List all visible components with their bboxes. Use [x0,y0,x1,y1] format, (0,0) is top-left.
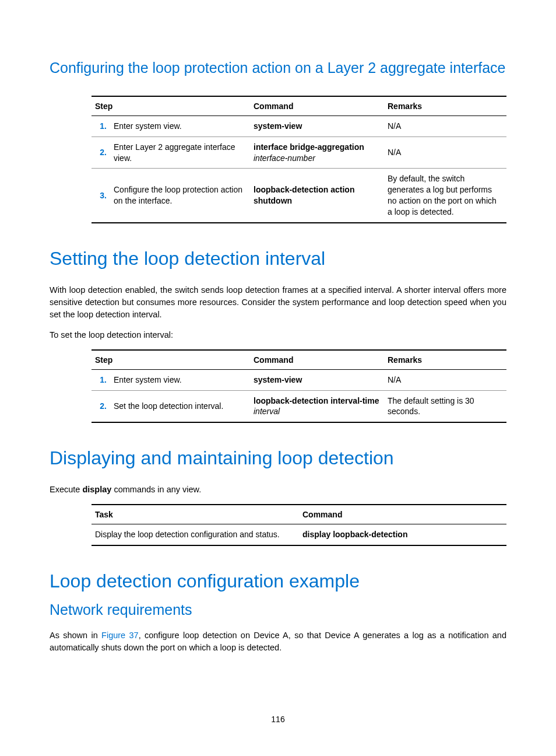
step-remarks: N/A [384,116,506,136]
th-remarks: Remarks [384,350,506,370]
table-row: 1. Enter system view. system-view N/A [92,116,506,136]
step-remarks: N/A [384,369,506,390]
task-desc: Display the loop detection configuration… [92,524,299,545]
figure-link[interactable]: Figure 37 [101,631,139,640]
page-number: 116 [0,715,556,724]
paragraph: Execute display commands in any view. [50,484,506,496]
step-remarks: By default, the switch generates a log b… [384,169,506,223]
table-display-commands: Task Command Display the loop detection … [92,504,506,546]
step-command: system-view [250,116,384,136]
heading-config-example: Loop detection configuration example [50,569,506,594]
th-step: Step [92,96,250,116]
step-remarks: N/A [384,136,506,169]
heading-config-loop-protection: Configuring the loop protection action o… [50,58,506,78]
table-header-row: Step Command Remarks [92,96,506,116]
page: Configuring the loop protection action o… [0,0,556,756]
th-step: Step [92,350,250,370]
step-command: system-view [250,369,384,390]
step-desc: Enter system view. [110,369,250,390]
step-desc: Enter system view. [110,116,250,136]
th-task: Task [92,505,299,524]
paragraph: As shown in Figure 37, configure loop de… [50,629,506,654]
table-row: 2. Enter Layer 2 aggregate interface vie… [92,136,506,169]
table-row: 1. Enter system view. system-view N/A [92,369,506,390]
th-command: Command [299,505,506,524]
paragraph: With loop detection enabled, the switch … [50,284,506,321]
table-row: 3. Configure the loop protection action … [92,169,506,223]
step-number: 2. [92,390,110,422]
table-set-interval-steps: Step Command Remarks 1. Enter system vie… [92,349,506,424]
step-command: loopback-detection interval-time interva… [250,390,384,422]
th-remarks: Remarks [384,96,506,116]
table-row: Display the loop detection configuration… [92,524,506,545]
step-number: 1. [92,116,110,136]
heading-set-interval: Setting the loop detection interval [50,247,506,271]
heading-network-requirements: Network requirements [50,600,506,620]
table-row: 2. Set the loop detection interval. loop… [92,390,506,422]
step-desc: Enter Layer 2 aggregate interface view. [110,136,250,169]
table-loop-protection-steps: Step Command Remarks 1. Enter system vie… [92,96,506,223]
heading-display-maintain: Displaying and maintaining loop detectio… [50,446,506,471]
step-number: 1. [92,369,110,390]
table-header-row: Step Command Remarks [92,350,506,370]
step-command: interface bridge-aggregation interface-n… [250,136,384,169]
paragraph-lead: To set the loop detection interval: [50,329,506,341]
step-number: 3. [92,169,110,223]
step-remarks: The default setting is 30 seconds. [384,390,506,422]
step-command: loopback-detection action shutdown [250,169,384,223]
step-desc: Set the loop detection interval. [110,390,250,422]
th-command: Command [250,96,384,116]
table-header-row: Task Command [92,505,506,524]
step-desc: Configure the loop protection action on … [110,169,250,223]
th-command: Command [250,350,384,370]
step-number: 2. [92,136,110,169]
task-command: display loopback-detection [299,524,506,545]
